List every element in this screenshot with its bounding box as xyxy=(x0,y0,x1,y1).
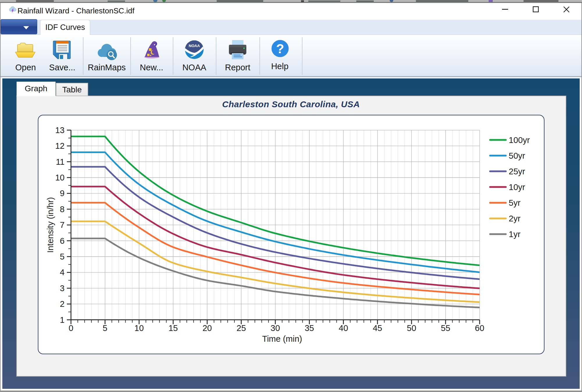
svg-text:NOAA: NOAA xyxy=(189,44,200,48)
svg-text:5yr: 5yr xyxy=(509,198,521,207)
svg-text:60: 60 xyxy=(475,323,484,333)
svg-text:13: 13 xyxy=(55,126,65,135)
svg-text:?: ? xyxy=(276,41,284,56)
svg-text:5: 5 xyxy=(103,323,107,333)
svg-text:55: 55 xyxy=(441,323,450,333)
svg-text:35: 35 xyxy=(305,323,314,333)
svg-text:5: 5 xyxy=(60,252,65,261)
svg-text:9: 9 xyxy=(60,189,65,198)
svg-text:8: 8 xyxy=(60,205,65,214)
svg-text:11: 11 xyxy=(56,157,65,167)
svg-text:Intensity (in/hr): Intensity (in/hr) xyxy=(46,197,55,253)
svg-text:100yr: 100yr xyxy=(509,135,530,145)
svg-text:25yr: 25yr xyxy=(509,167,525,176)
svg-text:4: 4 xyxy=(60,268,65,277)
svg-text:40: 40 xyxy=(339,323,348,333)
svg-text:6: 6 xyxy=(60,236,65,246)
svg-text:20: 20 xyxy=(202,323,212,333)
svg-text:50yr: 50yr xyxy=(509,151,525,160)
svg-text:12: 12 xyxy=(55,141,65,151)
svg-text:7: 7 xyxy=(60,220,65,230)
svg-text:45: 45 xyxy=(373,323,382,333)
svg-text:1: 1 xyxy=(60,315,65,325)
svg-text:1yr: 1yr xyxy=(509,230,521,239)
svg-text:2yr: 2yr xyxy=(509,214,521,223)
svg-text:3: 3 xyxy=(60,284,65,293)
svg-text:10yr: 10yr xyxy=(509,182,525,192)
svg-text:25: 25 xyxy=(236,323,246,333)
svg-text:2: 2 xyxy=(60,299,65,309)
svg-text:50: 50 xyxy=(407,323,416,333)
svg-text:10: 10 xyxy=(55,173,65,182)
svg-text:15: 15 xyxy=(168,323,178,333)
svg-text:Time (min): Time (min) xyxy=(262,334,302,343)
svg-text:30: 30 xyxy=(270,323,280,333)
svg-text:0: 0 xyxy=(69,323,73,333)
svg-text:10: 10 xyxy=(134,323,144,333)
